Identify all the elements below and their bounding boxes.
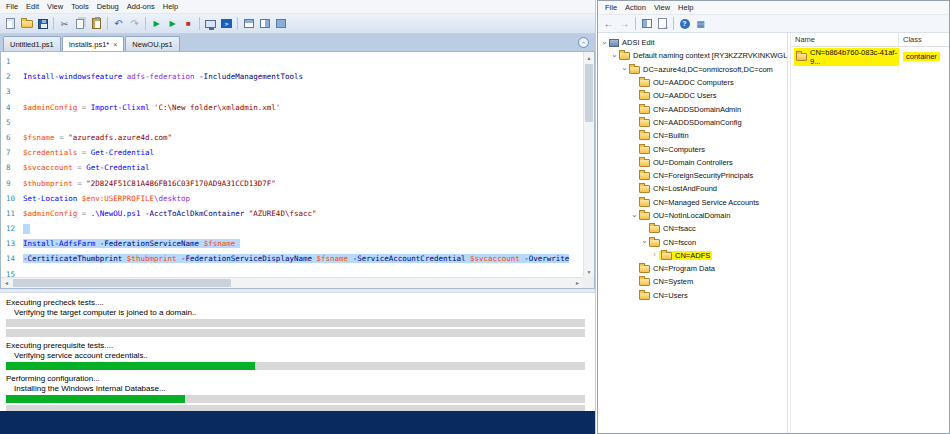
tree-item-cn-users[interactable]: CN=Users (598, 289, 787, 302)
redo-button[interactable]: ↷ (127, 16, 142, 31)
adsi-menu-view[interactable]: View (650, 3, 674, 12)
line-number: 3 (1, 84, 23, 99)
script-pane-collapse-button[interactable]: › (578, 37, 589, 48)
copy-icon (76, 19, 84, 29)
script-pane-right-button[interactable] (257, 16, 272, 31)
chevron-collapsed-icon[interactable]: › (650, 251, 659, 259)
tree-item-ou-notinlocaldomain[interactable]: ›OU=NotInLocalDomain (598, 209, 787, 222)
ise-menu-help[interactable]: Help (159, 2, 182, 11)
powershell-console-pane[interactable] (0, 411, 595, 434)
chevron-glyph: › (640, 241, 648, 244)
editor-horizontal-scrollbar[interactable]: ◄ ► (1, 277, 583, 288)
line-number: 7 (1, 145, 23, 160)
chevron-expanded-icon[interactable]: › (630, 212, 639, 220)
vertical-scroll-thumb[interactable] (585, 64, 593, 122)
tree-item-cn-fsacc[interactable]: CN=fsacc (598, 222, 787, 235)
tree-item-cn-aaddsdomainadmin[interactable]: CN=AADDSDomainAdmin (598, 102, 787, 115)
save-button[interactable] (35, 16, 50, 31)
script-pane-max-button[interactable] (273, 16, 288, 31)
ise-menu-debug[interactable]: Debug (93, 2, 123, 11)
tree-item-ou-aaddc-users[interactable]: OU=AADDC Users (598, 89, 787, 102)
tree-item-default-naming-context-ry3kzzrvkinkwgl-a[interactable]: ›Default naming context [RY3KZZRVKINKWGL… (598, 49, 787, 62)
tree-item-cn-computers[interactable]: CN=Computers (598, 142, 787, 155)
ise-menu-tools[interactable]: Tools (67, 2, 93, 11)
progress-status-text: Installing the Windows Internal Database… (14, 384, 595, 393)
action-pane-button[interactable]: ▦ (693, 16, 708, 31)
chevron-expanded-icon[interactable]: › (610, 52, 619, 60)
help-button[interactable]: ? (677, 16, 692, 31)
line-number: 8 (1, 160, 23, 175)
line-number: 2 (1, 69, 23, 84)
line-text (23, 54, 583, 69)
close-icon[interactable]: × (113, 41, 117, 48)
tab-newou-ps1[interactable]: NewOU.ps1 (125, 36, 179, 51)
paste-button[interactable] (89, 16, 104, 31)
tree-item-cn-adfs[interactable]: ›CN=ADFS (598, 249, 787, 262)
tree-item-cn-managed-service-accounts[interactable]: CN=Managed Service Accounts (598, 196, 787, 209)
progress-activity-text: Performing configuration... (6, 374, 595, 383)
editor-vertical-scrollbar[interactable]: ▲ ▼ (583, 52, 594, 277)
tree-item-cn-fscon[interactable]: ›CN=fscon (598, 235, 787, 248)
stop-operation-button[interactable]: ■ (181, 16, 196, 31)
scroll-up-icon[interactable]: ▲ (584, 52, 594, 63)
tab-untitled1-ps1[interactable]: Untitled1.ps1 (3, 36, 61, 51)
token: $credentials (23, 148, 77, 157)
chevron-expanded-icon[interactable]: › (600, 39, 609, 47)
tree-item-adsi-edit[interactable]: ›ADSI Edit (598, 36, 787, 49)
export-list-button[interactable] (655, 16, 670, 31)
tree-item-cn-aaddsdomainconfig[interactable]: CN=AADDSDomainConfig (598, 116, 787, 129)
tree-item-cn-builtin[interactable]: CN=Builtin (598, 129, 787, 142)
line-segment: $adminConfig = Import-Clixml 'C:\New fol… (23, 103, 280, 112)
code-area[interactable]: 12Install-windowsfeature adfs-federation… (1, 52, 583, 277)
tab-installs-ps1[interactable]: Installs.ps1*× (62, 36, 125, 51)
forward-button[interactable]: → (617, 16, 632, 31)
chevron-glyph: › (630, 214, 638, 217)
ise-menu-file[interactable]: File (2, 2, 22, 11)
new-remote-tab-button[interactable] (203, 16, 218, 31)
ise-menu-add-ons[interactable]: Add-ons (123, 2, 159, 11)
script-pane-top-button[interactable] (241, 16, 256, 31)
scroll-right-icon[interactable]: ► (572, 278, 583, 288)
toolbar-separator (635, 17, 636, 30)
stop-operation-icon: ■ (186, 19, 191, 28)
folder-icon (639, 106, 650, 114)
tree-item-dc-azure4d-dc-onmicrosoft-dc-com[interactable]: ›DC=azure4d,DC=onmicrosoft,DC=com (598, 63, 787, 76)
chevron-glyph: › (600, 41, 608, 44)
tree-item-label: CN=Managed Service Accounts (653, 198, 759, 207)
scroll-down-icon[interactable]: ▼ (584, 266, 594, 277)
horizontal-scroll-thumb[interactable] (13, 279, 231, 287)
console-tree-button[interactable] (639, 16, 654, 31)
column-header-name[interactable]: Name (791, 33, 899, 46)
run-selection-button[interactable]: ▶ (165, 16, 180, 31)
undo-button[interactable]: ↶ (111, 16, 126, 31)
adsi-menubar: FileActionViewHelp (598, 1, 949, 15)
scroll-left-icon[interactable]: ◄ (1, 278, 12, 288)
tree-item-ou-aaddc-computers[interactable]: OU=AADDC Computers (598, 76, 787, 89)
tree-item-ou-domain-controllers[interactable]: OU=Domain Controllers (598, 156, 787, 169)
ise-menu-view[interactable]: View (43, 2, 67, 11)
tree-item-cn-foreignsecurityprincipals[interactable]: CN=ForeignSecurityPrincipals (598, 169, 787, 182)
tree-item-cn-program-data[interactable]: CN=Program Data (598, 262, 787, 275)
adsi-menu-help[interactable]: Help (674, 3, 697, 12)
adsi-menu-action[interactable]: Action (621, 3, 650, 12)
tree-item-cn-system[interactable]: CN=System (598, 275, 787, 288)
chevron-expanded-icon[interactable]: › (640, 238, 649, 246)
cut-button[interactable]: ✂ (57, 16, 72, 31)
run-script-button[interactable]: ▶ (149, 16, 164, 31)
help-icon: ? (680, 19, 690, 29)
new-script-button[interactable] (3, 16, 18, 31)
open-script-button[interactable] (19, 16, 34, 31)
chevron-expanded-icon[interactable]: › (620, 65, 629, 73)
tree-item-cn-lostandfound[interactable]: CN=LostAndFound (598, 182, 787, 195)
column-header-class[interactable]: Class (899, 33, 949, 46)
toolbar-separator (53, 17, 54, 30)
back-button[interactable]: ← (601, 16, 616, 31)
ise-menu-edit[interactable]: Edit (22, 2, 43, 11)
list-row-cn-b864b760-083c-41af-9[interactable]: CN=b864b760-083c-41af-9...container (791, 50, 949, 63)
copy-button[interactable] (73, 16, 88, 31)
start-powershell-button[interactable]: > (219, 16, 234, 31)
line-text: -CertificateThumbprint $thubmprint -Fede… (23, 251, 583, 266)
line-number: 10 (1, 191, 23, 206)
script-editor[interactable]: 12Install-windowsfeature adfs-federation… (0, 51, 595, 289)
adsi-menu-file[interactable]: File (601, 3, 621, 12)
